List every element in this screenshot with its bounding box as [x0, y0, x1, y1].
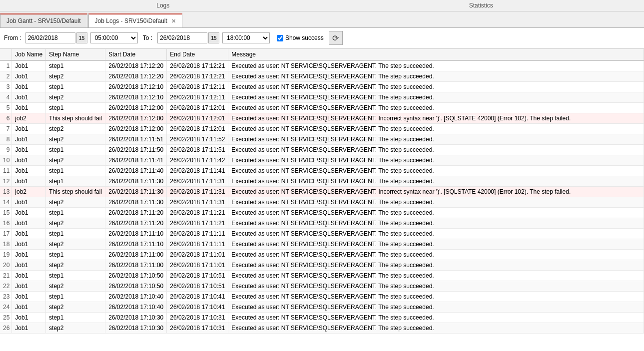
row-num: 18	[0, 239, 12, 250]
close-tab-button[interactable]: ✕	[171, 18, 176, 24]
row-step: step1	[46, 176, 105, 187]
row-end: 26/02/2018 17:11:41	[167, 166, 228, 176]
row-start: 26/02/2018 17:12:00	[105, 103, 167, 113]
row-start: 26/02/2018 17:11:51	[105, 134, 167, 145]
table-row[interactable]: 19 Job1 step1 26/02/2018 17:11:00 26/02/…	[0, 250, 644, 260]
row-end: 26/02/2018 17:11:01	[167, 260, 228, 271]
row-job: Job1	[12, 176, 46, 187]
table-row[interactable]: 12 Job1 step1 26/02/2018 17:11:30 26/02/…	[0, 176, 644, 187]
table-header-row: Job Name Step Name Start Date End Date M…	[0, 49, 644, 60]
row-job: Job1	[12, 103, 46, 113]
table-row[interactable]: 10 Job1 step2 26/02/2018 17:11:41 26/02/…	[0, 155, 644, 166]
col-end-date[interactable]: End Date	[167, 49, 228, 60]
to-date-calendar-button[interactable]: 15	[208, 32, 219, 43]
table-row[interactable]: 5 Job1 step1 26/02/2018 17:12:00 26/02/2…	[0, 103, 644, 113]
app-window: Logs Statistics Job Gantt - SRV150/Defau…	[0, 0, 644, 351]
table-row[interactable]: 9 Job1 step1 26/02/2018 17:11:50 26/02/2…	[0, 145, 644, 155]
table-row[interactable]: 3 Job1 step1 26/02/2018 17:12:10 26/02/2…	[0, 82, 644, 92]
row-job: Job1	[12, 313, 46, 323]
row-end: 26/02/2018 17:10:31	[167, 323, 228, 334]
row-message: Executed as user: NT SERVICE\SQLSERVERAG…	[228, 208, 644, 218]
row-end: 26/02/2018 17:10:51	[167, 271, 228, 281]
from-label: From :	[4, 34, 21, 41]
nav-tab-logs[interactable]: Logs	[4, 0, 322, 11]
row-message: Executed as user: NT SERVICE\SQLSERVERAG…	[228, 271, 644, 281]
col-job-name[interactable]: Job Name	[12, 49, 46, 60]
table-row[interactable]: 21 Job1 step1 26/02/2018 17:10:50 26/02/…	[0, 271, 644, 281]
row-end: 26/02/2018 17:12:21	[167, 60, 228, 71]
row-step: step2	[46, 218, 105, 229]
row-start: 26/02/2018 17:11:40	[105, 166, 167, 176]
row-message: Executed as user: NT SERVICE\SQLSERVERAG…	[228, 250, 644, 260]
table-body: 1 Job1 step1 26/02/2018 17:12:20 26/02/2…	[0, 60, 644, 334]
table-row[interactable]: 24 Job1 step2 26/02/2018 17:10:40 26/02/…	[0, 302, 644, 313]
row-message: Executed as user: NT SERVICE\SQLSERVERAG…	[228, 313, 644, 323]
from-date-input[interactable]	[25, 32, 75, 43]
row-step: This step should fail	[46, 113, 105, 124]
table-row[interactable]: 20 Job1 step2 26/02/2018 17:11:00 26/02/…	[0, 260, 644, 271]
row-num: 19	[0, 250, 12, 260]
nav-tab-statistics[interactable]: Statistics	[322, 0, 641, 11]
row-job: Job1	[12, 281, 46, 292]
row-num: 5	[0, 103, 12, 113]
col-indicator	[0, 49, 12, 60]
row-message: Executed as user: NT SERVICE\SQLSERVERAG…	[228, 260, 644, 271]
table-row[interactable]: 6 job2 This step should fail 26/02/2018 …	[0, 113, 644, 124]
row-start: 26/02/2018 17:11:00	[105, 260, 167, 271]
table-row[interactable]: 4 Job1 step2 26/02/2018 17:12:10 26/02/2…	[0, 92, 644, 103]
row-start: 26/02/2018 17:10:30	[105, 323, 167, 334]
row-start: 26/02/2018 17:10:40	[105, 302, 167, 313]
from-date-calendar-button[interactable]: 15	[76, 32, 87, 43]
row-num: 16	[0, 218, 12, 229]
table-row[interactable]: 13 job2 This step should fail 26/02/2018…	[0, 187, 644, 197]
row-step: step2	[46, 134, 105, 145]
tab-logs-label: Job Logs - SRV150\Default	[95, 17, 167, 24]
row-job: Job1	[12, 250, 46, 260]
col-message[interactable]: Message	[228, 49, 644, 60]
row-end: 26/02/2018 17:10:41	[167, 292, 228, 302]
row-start: 26/02/2018 17:12:20	[105, 71, 167, 82]
tab-logs[interactable]: Job Logs - SRV150\Default ✕	[88, 13, 182, 27]
show-success-label[interactable]: Show success	[285, 34, 324, 41]
row-message: Executed as user: NT SERVICE\SQLSERVERAG…	[228, 92, 644, 103]
row-job: Job1	[12, 271, 46, 281]
row-num: 7	[0, 124, 12, 134]
table-row[interactable]: 14 Job1 step2 26/02/2018 17:11:30 26/02/…	[0, 197, 644, 208]
table-row[interactable]: 2 Job1 step2 26/02/2018 17:12:20 26/02/2…	[0, 71, 644, 82]
table-row[interactable]: 1 Job1 step1 26/02/2018 17:12:20 26/02/2…	[0, 60, 644, 71]
row-message: Executed as user: NT SERVICE\SQLSERVERAG…	[228, 134, 644, 145]
table-row[interactable]: 17 Job1 step1 26/02/2018 17:11:10 26/02/…	[0, 229, 644, 239]
table-row[interactable]: 15 Job1 step1 26/02/2018 17:11:20 26/02/…	[0, 208, 644, 218]
row-step: step1	[46, 271, 105, 281]
from-time-select[interactable]: 05:00:00	[90, 32, 138, 43]
row-start: 26/02/2018 17:12:10	[105, 82, 167, 92]
table-row[interactable]: 11 Job1 step1 26/02/2018 17:11:40 26/02/…	[0, 166, 644, 176]
to-time-select[interactable]: 18:00:00	[222, 32, 270, 43]
row-end: 26/02/2018 17:11:11	[167, 239, 228, 250]
table-row[interactable]: 7 Job1 step2 26/02/2018 17:12:00 26/02/2…	[0, 124, 644, 134]
row-step: step2	[46, 92, 105, 103]
table-row[interactable]: 16 Job1 step2 26/02/2018 17:11:20 26/02/…	[0, 218, 644, 229]
row-end: 26/02/2018 17:11:52	[167, 134, 228, 145]
row-message: Executed as user: NT SERVICE\SQLSERVERAG…	[228, 292, 644, 302]
show-success-checkbox[interactable]	[277, 35, 283, 41]
row-start: 26/02/2018 17:11:20	[105, 208, 167, 218]
refresh-button[interactable]: ⟳	[329, 31, 343, 45]
row-end: 26/02/2018 17:11:01	[167, 250, 228, 260]
tab-gantt[interactable]: Job Gantt - SRV150/Default	[0, 13, 87, 27]
table-row[interactable]: 8 Job1 step2 26/02/2018 17:11:51 26/02/2…	[0, 134, 644, 145]
row-message: Executed as user: NT SERVICE\SQLSERVERAG…	[228, 145, 644, 155]
toolbar: From : 15 05:00:00 To : 15 18:00:00 Show…	[0, 28, 644, 48]
col-step-name[interactable]: Step Name	[46, 49, 105, 60]
row-message: Executed as user: NT SERVICE\SQLSERVERAG…	[228, 155, 644, 166]
table-row[interactable]: 18 Job1 step2 26/02/2018 17:11:10 26/02/…	[0, 239, 644, 250]
row-step: step2	[46, 155, 105, 166]
table-row[interactable]: 23 Job1 step1 26/02/2018 17:10:40 26/02/…	[0, 292, 644, 302]
row-message: Executed as user: NT SERVICE\SQLSERVERAG…	[228, 113, 644, 124]
row-step: This step should fail	[46, 187, 105, 197]
table-row[interactable]: 22 Job1 step2 26/02/2018 17:10:50 26/02/…	[0, 281, 644, 292]
to-date-input[interactable]	[157, 32, 207, 43]
col-start-date[interactable]: Start Date	[105, 49, 167, 60]
table-row[interactable]: 25 Job1 step1 26/02/2018 17:10:30 26/02/…	[0, 313, 644, 323]
table-row[interactable]: 26 Job1 step2 26/02/2018 17:10:30 26/02/…	[0, 323, 644, 334]
